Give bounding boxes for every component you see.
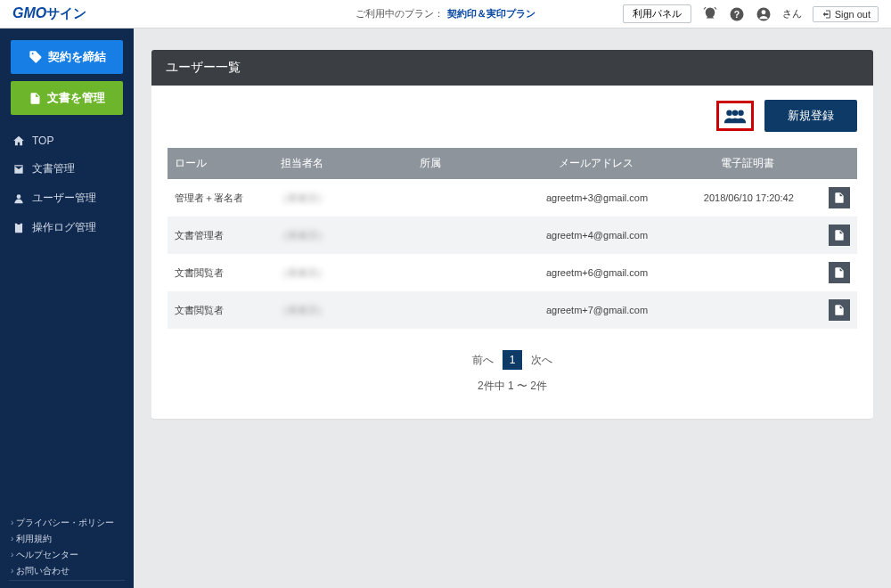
cell-name: （非表示） — [271, 296, 405, 325]
user-table: ロール 担当者名 所属 メールアドレス 電子証明書 管理者＋署名者（非表示）ag… — [168, 148, 857, 329]
cell-org — [405, 265, 539, 281]
document-action-button[interactable] — [829, 187, 850, 208]
user-icon[interactable] — [756, 6, 772, 22]
person-icon — [12, 192, 25, 205]
cell-action — [822, 179, 857, 216]
footer-privacy[interactable]: プライバシー・ポリシー — [11, 515, 114, 531]
signout-icon — [821, 9, 831, 20]
cell-name: （非表示） — [271, 221, 405, 250]
cell-role: 文書管理者 — [168, 221, 271, 250]
app-header: GMO サイン ご利用中のプラン： 契約印＆実印プラン 利用パネル ? さん S… — [0, 0, 891, 29]
nav-documents-label: 文書管理 — [32, 161, 75, 176]
page-title: ユーザー一覧 — [151, 50, 873, 86]
sidebar-divider — [9, 580, 125, 581]
tag-icon — [29, 50, 43, 64]
table-row[interactable]: 文書閲覧者（非表示）agreetm+7@gmail.com — [168, 291, 857, 329]
header-right: 利用パネル ? さん Sign out — [623, 4, 879, 23]
cell-role: 文書閲覧者 — [168, 296, 271, 325]
col-cert: 電子証明書 — [714, 148, 843, 179]
new-user-button[interactable]: 新規登録 — [764, 100, 857, 132]
footer-terms[interactable]: 利用規約 — [11, 531, 114, 547]
conclude-contract-button[interactable]: 契約を締結 — [11, 40, 123, 74]
manage-documents-button[interactable]: 文書を管理 — [11, 81, 123, 115]
cell-action — [822, 254, 857, 291]
cell-cert — [697, 227, 822, 243]
document-action-button[interactable] — [829, 225, 850, 246]
pager: 前へ 1 次へ 2件中 1 〜 2件 — [151, 350, 873, 394]
svg-point-9 — [738, 110, 744, 117]
svg-point-4 — [17, 194, 21, 199]
sidebar: 契約を締結 文書を管理 TOP 文書管理 ユーザー管理 操作ログ管理 プライバシ… — [0, 29, 134, 588]
file-icon — [833, 192, 846, 204]
user-list-panel: ユーザー一覧 新規登録 ロール 担当者名 所属 メールアドレス 電子証明書 管理… — [151, 50, 873, 419]
plan-indicator: ご利用中のプラン： 契約印＆実印プラン — [356, 7, 535, 20]
cell-role: 管理者＋署名者 — [168, 184, 271, 213]
pager-next[interactable]: 次へ — [531, 353, 552, 368]
clipboard-icon — [12, 222, 25, 234]
col-role: ロール — [168, 148, 274, 179]
nav-top[interactable]: TOP — [0, 127, 134, 154]
document-icon — [29, 92, 42, 105]
document-action-button[interactable] — [829, 299, 850, 321]
people-icon — [723, 106, 747, 126]
svg-rect-6 — [17, 222, 20, 224]
group-button[interactable] — [716, 101, 754, 131]
alarm-icon[interactable] — [702, 6, 718, 22]
conclude-contract-label: 契約を締結 — [48, 49, 106, 65]
nav-top-label: TOP — [32, 135, 53, 147]
table-row[interactable]: 文書閲覧者（非表示）agreetm+6@gmail.com — [168, 254, 857, 291]
nav-documents[interactable]: 文書管理 — [0, 154, 134, 184]
table-header: ロール 担当者名 所属 メールアドレス 電子証明書 — [168, 148, 857, 179]
file-icon — [833, 304, 846, 316]
mail-icon — [12, 163, 25, 176]
cell-org — [405, 302, 539, 318]
cell-org — [405, 227, 539, 243]
sidebar-nav: TOP 文書管理 ユーザー管理 操作ログ管理 — [0, 127, 134, 242]
col-action — [843, 148, 857, 179]
svg-point-3 — [761, 10, 765, 14]
cell-cert — [697, 265, 822, 281]
file-icon — [833, 229, 846, 241]
cell-mail: agreetm+6@gmail.com — [539, 259, 697, 286]
cell-cert — [697, 302, 822, 318]
file-icon — [833, 266, 846, 279]
table-body: 管理者＋署名者（非表示）agreetm+3@gmail.com2018/06/1… — [168, 179, 857, 329]
pager-prev[interactable]: 前へ — [472, 353, 494, 368]
svg-rect-5 — [15, 223, 22, 233]
table-row[interactable]: 管理者＋署名者（非表示）agreetm+3@gmail.com2018/06/1… — [168, 179, 857, 216]
nav-logs-label: 操作ログ管理 — [32, 220, 96, 235]
footer-help[interactable]: ヘルプセンター — [11, 547, 114, 563]
svg-point-8 — [732, 110, 739, 117]
cell-role: 文書閲覧者 — [168, 258, 271, 288]
footer-contact[interactable]: お問い合わせ — [11, 563, 114, 579]
document-action-button[interactable] — [829, 262, 850, 283]
help-icon[interactable]: ? — [729, 6, 745, 22]
svg-text:?: ? — [733, 8, 739, 19]
pager-current[interactable]: 1 — [503, 350, 522, 370]
nav-users[interactable]: ユーザー管理 — [0, 184, 134, 213]
cell-cert: 2018/06/10 17:20:42 — [697, 184, 822, 211]
main-content: ユーザー一覧 新規登録 ロール 担当者名 所属 メールアドレス 電子証明書 管理… — [134, 29, 891, 588]
username: さん — [782, 7, 802, 20]
cell-org — [405, 190, 539, 206]
manage-documents-label: 文書を管理 — [47, 90, 105, 106]
cell-name: （非表示） — [271, 258, 405, 288]
pager-info: 2件中 1 〜 2件 — [151, 379, 873, 394]
home-icon — [12, 135, 25, 147]
logo-suffix: サイン — [46, 5, 86, 22]
plan-link[interactable]: 契約印＆実印プラン — [447, 8, 535, 19]
nav-logs[interactable]: 操作ログ管理 — [0, 213, 134, 242]
signout-label: Sign out — [835, 9, 871, 20]
signout-button[interactable]: Sign out — [813, 6, 879, 22]
col-name: 担当者名 — [274, 148, 413, 179]
plan-prefix: ご利用中のプラン： — [356, 8, 444, 19]
logo[interactable]: GMO サイン — [12, 5, 86, 22]
svg-point-7 — [726, 110, 732, 117]
cell-mail: agreetm+4@gmail.com — [539, 222, 697, 249]
cell-action — [822, 216, 857, 254]
col-mail: メールアドレス — [552, 148, 715, 179]
table-row[interactable]: 文書管理者（非表示）agreetm+4@gmail.com — [168, 216, 857, 254]
logo-prefix: GMO — [12, 5, 46, 21]
panel-toolbar: 新規登録 — [151, 86, 873, 148]
usage-panel-button[interactable]: 利用パネル — [623, 4, 691, 23]
